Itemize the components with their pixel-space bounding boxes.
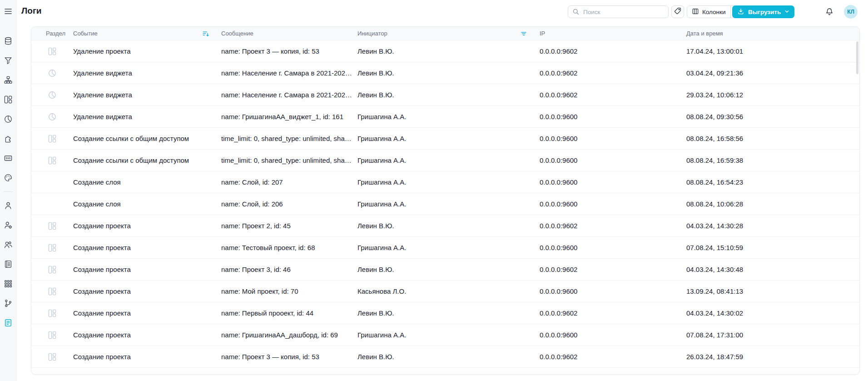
cell-event: Создание слоя	[73, 178, 221, 186]
avatar[interactable]: КЛ	[844, 5, 858, 19]
columns-button[interactable]: Колонки	[687, 6, 730, 18]
cell-event: Создание проекта	[73, 287, 221, 295]
cell-ip: 0.0.0.0:9602	[540, 91, 686, 99]
cell-initiator: Гришагина А.А.	[357, 200, 540, 208]
cell-ip: 0.0.0.0:9602	[540, 309, 686, 317]
database-icon[interactable]	[4, 36, 13, 45]
column-header-initiator[interactable]: Инициатор	[357, 30, 540, 37]
pie-chart-icon	[31, 112, 73, 121]
user-icon[interactable]	[4, 201, 13, 210]
cell-ip: 0.0.0.0:9600	[540, 244, 686, 251]
table-row: Удаление виджетаname: Население г. Самар…	[31, 62, 859, 84]
dashboard-icon	[31, 243, 73, 252]
cell-initiator: Левин В.Ю.	[357, 69, 540, 77]
cell-datetime: 08.08.24, 16:58:56	[686, 135, 859, 142]
cell-initiator: Гришагина А.А.	[357, 331, 540, 339]
cell-datetime: 07.08.24, 15:10:59	[686, 244, 859, 251]
filter-icon[interactable]	[520, 30, 527, 37]
cell-ip: 0.0.0.0:9602	[540, 353, 686, 361]
search-icon	[572, 8, 580, 15]
cell-message: name: ГришагинаАА_виджет_1, id: 161	[221, 113, 357, 120]
tags-button[interactable]	[671, 5, 684, 18]
tag-icon	[674, 7, 682, 17]
cell-event: Создание проекта	[73, 222, 221, 230]
column-header-ip[interactable]: IP	[540, 30, 686, 37]
cell-message: name: Проект 3, id: 46	[221, 266, 357, 273]
column-header-message[interactable]: Сообщение	[221, 30, 357, 37]
pie-chart-icon[interactable]	[4, 115, 13, 124]
cell-initiator: Левин В.Ю.	[357, 47, 540, 55]
column-header-event[interactable]: Событие	[73, 30, 221, 37]
logs-icon[interactable]	[4, 318, 13, 327]
cell-datetime: 17.04.24, 13:00:01	[686, 47, 859, 55]
cell-message: name: Слой, id: 207	[221, 178, 357, 186]
cell-ip: 0.0.0.0:9602	[540, 266, 686, 273]
sort-desc-icon[interactable]	[202, 30, 209, 37]
cell-datetime: 03.04.24, 09:21:36	[686, 69, 859, 77]
dashboard-icon[interactable]	[4, 95, 13, 104]
cell-datetime: 29.03.24, 10:06:12	[686, 91, 859, 99]
table-row: Удаление виджетаname: ГришагинаАА_виджет…	[31, 106, 859, 128]
notifications-bell-icon[interactable]	[825, 7, 834, 16]
cell-initiator: Касьянова Л.О.	[357, 287, 540, 295]
column-header-datetime[interactable]: Дата и время	[686, 30, 859, 37]
svg-badge-icon[interactable]: SVG	[4, 154, 13, 163]
export-button[interactable]: Выгрузить	[732, 5, 794, 18]
cell-datetime: 08.08.24, 16:54:23	[686, 178, 859, 186]
cell-event: Удаление проекта	[73, 47, 221, 55]
dashboard-icon	[31, 47, 73, 56]
cell-ip: 0.0.0.0:9600	[540, 331, 686, 339]
menu-icon[interactable]	[4, 7, 13, 16]
cell-datetime: 08.08.24, 16:59:38	[686, 156, 859, 164]
sidebar-nav: SVG	[0, 36, 16, 327]
download-icon	[737, 8, 744, 16]
column-label: IP	[540, 30, 545, 37]
cell-initiator: Левин В.Ю.	[357, 309, 540, 317]
table-row: Создание проектаname: Мой проект, id: 70…	[31, 281, 859, 302]
branch-icon[interactable]	[4, 299, 13, 308]
journal-icon[interactable]	[4, 260, 13, 269]
table-row: Создание ссылки с общим доступомtime_lim…	[31, 128, 859, 150]
table-row: Создание проектаname: Тестовый проект, i…	[31, 237, 859, 259]
column-label: Событие	[73, 30, 98, 37]
table-row: Создание проектаname: Проект 3 — копия, …	[31, 346, 859, 368]
cell-initiator: Левин В.Ю.	[357, 222, 540, 230]
cell-message: time_limit: 0, shared_type: unlimited, s…	[221, 135, 357, 142]
cell-message: name: Население г. Самара в 2021-2022 ..…	[221, 69, 357, 77]
table-row: Создание проектаname: Проект 2, id: 45Ле…	[31, 215, 859, 237]
page-title: Логи	[21, 6, 42, 16]
search-input[interactable]	[582, 8, 664, 16]
column-label: Инициатор	[357, 30, 387, 37]
puzzle-icon[interactable]	[4, 134, 13, 143]
pie-chart-icon	[31, 90, 73, 100]
table-row: Создание проектаname: Проект 3, id: 46Ле…	[31, 259, 859, 281]
search-box[interactable]	[568, 5, 669, 18]
apps-grid-icon[interactable]	[4, 279, 13, 288]
cell-datetime: 26.03.24, 18:47:59	[686, 353, 859, 361]
cell-initiator: Левин В.Ю.	[357, 91, 540, 99]
cell-initiator: Левин В.Ю.	[357, 266, 540, 273]
cell-ip: 0.0.0.0:9602	[540, 47, 686, 55]
hierarchy-icon[interactable]	[4, 75, 13, 85]
cell-message: name: Слой, id: 206	[221, 200, 357, 208]
cell-message: name: ГришагинаАА_дашборд, id: 69	[221, 331, 357, 339]
dashboard-icon	[31, 309, 73, 318]
chevron-down-icon	[784, 9, 789, 15]
palette-icon[interactable]	[4, 173, 13, 182]
column-header-section[interactable]: Раздел	[31, 30, 73, 37]
user-gear-icon[interactable]	[4, 221, 13, 230]
columns-button-label: Колонки	[702, 9, 726, 15]
cell-message: name: Первый прооект, id: 44	[221, 309, 357, 317]
cell-ip: 0.0.0.0:9600	[540, 156, 686, 164]
cell-message: name: Проект 3 — копия, id: 53	[221, 353, 357, 361]
cell-datetime: 04.03.24, 14:30:48	[686, 266, 859, 273]
users-icon[interactable]	[4, 240, 13, 249]
cell-event: Создание проекта	[73, 266, 221, 273]
sidebar-divider	[3, 191, 13, 192]
funnel-icon[interactable]	[4, 56, 13, 65]
table-row: Создание ссылки с общим доступомtime_lim…	[31, 150, 859, 171]
cell-event: Создание слоя	[73, 200, 221, 208]
cell-ip: 0.0.0.0:9602	[540, 222, 686, 230]
scrollbar-thumb[interactable]	[856, 41, 858, 74]
cell-event: Создание проекта	[73, 353, 221, 361]
